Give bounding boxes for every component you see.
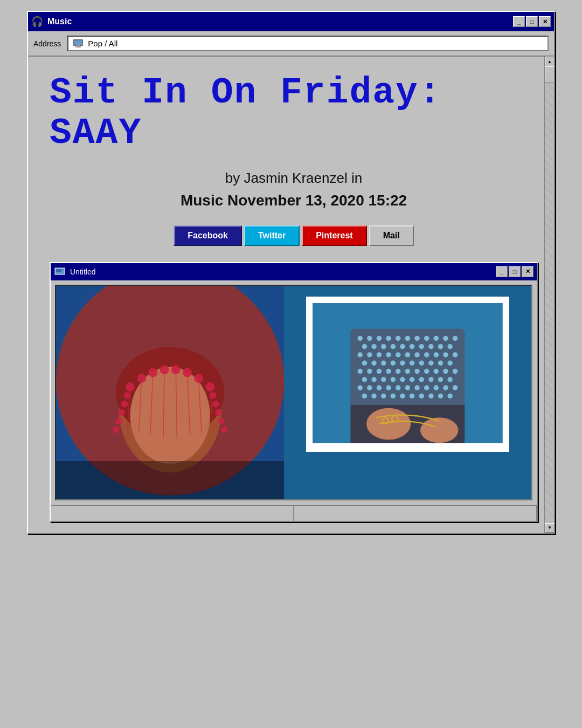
svg-point-58 <box>410 344 414 349</box>
svg-point-121 <box>410 393 414 398</box>
svg-point-101 <box>419 377 424 382</box>
svg-point-89 <box>405 368 410 373</box>
svg-point-76 <box>381 360 386 365</box>
svg-point-59 <box>419 344 424 349</box>
svg-point-104 <box>448 377 453 382</box>
main-window: 🎧 Music _ □ ✕ Address Pop / All Sit In O… <box>27 11 555 534</box>
address-input[interactable]: Pop / All <box>67 36 549 51</box>
address-bar: Address Pop / All <box>28 31 554 57</box>
facebook-button[interactable]: Facebook <box>174 225 242 246</box>
svg-point-79 <box>410 360 414 365</box>
scroll-up-button[interactable]: ▲ <box>545 57 555 66</box>
inner-bottom-bar <box>51 505 537 521</box>
bottom-section-2 <box>294 506 537 521</box>
svg-point-93 <box>444 368 448 373</box>
svg-point-123 <box>428 393 433 398</box>
svg-rect-1 <box>74 40 82 45</box>
svg-point-28 <box>218 417 225 424</box>
svg-point-106 <box>367 385 372 390</box>
svg-point-49 <box>424 335 429 340</box>
svg-point-48 <box>415 335 420 340</box>
svg-point-75 <box>372 360 377 365</box>
svg-point-46 <box>396 335 400 340</box>
inner-window: Untitled _ □ ✕ <box>50 262 538 522</box>
svg-point-50 <box>434 335 439 340</box>
scroll-down-button[interactable]: ▼ <box>545 523 555 533</box>
mail-button[interactable]: Mail <box>369 225 414 246</box>
svg-point-68 <box>405 352 410 357</box>
svg-point-29 <box>221 426 228 433</box>
svg-rect-5 <box>56 269 61 272</box>
svg-point-117 <box>372 393 377 398</box>
svg-point-105 <box>358 385 363 390</box>
svg-point-98 <box>391 377 396 382</box>
svg-rect-3 <box>75 46 81 47</box>
svg-point-23 <box>115 417 122 424</box>
inner-title-bar: Untitled _ □ ✕ <box>51 263 537 280</box>
svg-point-107 <box>377 385 382 390</box>
svg-rect-6 <box>62 269 64 271</box>
svg-point-114 <box>444 385 448 390</box>
inner-minimize-button[interactable]: _ <box>496 266 508 277</box>
svg-point-81 <box>428 360 433 365</box>
inner-title-buttons: _ □ ✕ <box>496 266 534 277</box>
svg-point-72 <box>444 352 448 357</box>
svg-point-111 <box>415 385 420 390</box>
svg-point-118 <box>381 393 386 398</box>
inner-close-button[interactable]: ✕ <box>522 266 534 277</box>
svg-point-56 <box>391 344 396 349</box>
svg-point-47 <box>405 335 410 340</box>
svg-point-122 <box>419 393 424 398</box>
svg-point-60 <box>428 344 433 349</box>
content-area: Sit In On Friday: SAAY by Jasmin Kraenze… <box>28 57 554 533</box>
scrollbar[interactable]: ▲ ▼ <box>544 57 554 533</box>
svg-point-97 <box>381 377 386 382</box>
scroll-thumb[interactable] <box>545 66 555 83</box>
maximize-button[interactable]: □ <box>526 16 538 27</box>
svg-point-44 <box>377 335 382 340</box>
svg-point-119 <box>391 393 396 398</box>
svg-point-94 <box>453 368 458 373</box>
svg-point-45 <box>386 335 391 340</box>
svg-point-52 <box>453 335 458 340</box>
inner-window-icon <box>54 266 66 277</box>
social-buttons: Facebook Twitter Pinterest Mail <box>50 225 538 246</box>
svg-rect-38 <box>56 461 284 499</box>
inner-maximize-button[interactable]: □ <box>509 266 521 277</box>
svg-point-91 <box>424 368 429 373</box>
svg-point-99 <box>400 377 405 382</box>
svg-point-53 <box>362 344 367 349</box>
svg-point-95 <box>362 377 367 382</box>
minimize-button[interactable]: _ <box>513 16 525 27</box>
svg-point-66 <box>386 352 391 357</box>
inner-window-title: Untitled <box>70 267 496 276</box>
svg-point-120 <box>400 393 405 398</box>
svg-point-54 <box>372 344 377 349</box>
svg-point-70 <box>424 352 429 357</box>
window-title: Music <box>47 17 513 26</box>
svg-point-109 <box>396 385 400 390</box>
svg-point-51 <box>444 335 448 340</box>
close-button[interactable]: ✕ <box>539 16 551 27</box>
svg-point-63 <box>358 352 363 357</box>
svg-point-73 <box>453 352 458 357</box>
svg-point-85 <box>367 368 372 373</box>
svg-point-116 <box>362 393 367 398</box>
svg-point-84 <box>358 368 363 373</box>
svg-point-80 <box>419 360 424 365</box>
svg-point-113 <box>434 385 439 390</box>
svg-point-108 <box>386 385 391 390</box>
svg-point-92 <box>434 368 439 373</box>
twitter-button[interactable]: Twitter <box>244 225 300 246</box>
image-left <box>56 286 284 499</box>
svg-point-96 <box>372 377 377 382</box>
svg-point-21 <box>121 400 128 407</box>
svg-point-125 <box>448 393 453 398</box>
svg-point-115 <box>453 385 458 390</box>
article-date: Music November 13, 2020 15:22 <box>50 192 538 209</box>
svg-point-78 <box>400 360 405 365</box>
svg-point-22 <box>118 409 125 416</box>
pinterest-button[interactable]: Pinterest <box>302 225 366 246</box>
svg-point-102 <box>428 377 433 382</box>
svg-point-86 <box>377 368 382 373</box>
